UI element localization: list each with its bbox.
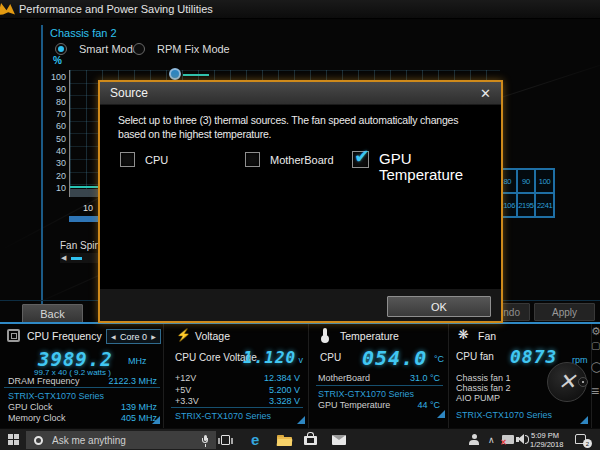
- cpu-chip-icon: [7, 329, 20, 342]
- fan-list-item: Chassis fan 1: [456, 373, 511, 383]
- radio-selected-icon: [55, 43, 67, 55]
- x-tick: 10: [83, 203, 93, 213]
- desktop: Performance and Power Saving Utilities C…: [0, 0, 600, 450]
- cpu-core-voltage-unit: v: [299, 355, 304, 365]
- motherboard-temp-value: 31.0 °C: [410, 373, 440, 383]
- curve-segment: [70, 186, 100, 188]
- fan-icon: ❋: [458, 327, 469, 342]
- temperature-panel: Temperature CPU 054.0 °C MotherBoard 31.…: [310, 324, 449, 428]
- corner-accent: [580, 416, 588, 424]
- back-button[interactable]: Back: [22, 304, 83, 323]
- checkbox-icon: [120, 152, 135, 167]
- check-icon: ✔: [354, 145, 370, 168]
- tray-chevron-up-icon[interactable]: ∧: [488, 435, 495, 445]
- checkbox-gpu-temperature[interactable]: ✔ GPU Temperature: [352, 151, 479, 183]
- dram-frequency-label: DRAM Frequency: [8, 376, 80, 386]
- table-cell: 90: [517, 169, 536, 193]
- y-tick: 20: [56, 171, 66, 181]
- y-axis-unit: %: [53, 55, 62, 66]
- table-cell: 2195: [517, 193, 536, 217]
- clock[interactable]: 5:09 PM 1/29/2018: [530, 431, 560, 449]
- circle-icon[interactable]: ◯: [591, 361, 600, 372]
- gpu-series-label: STRIX-GTX1070 Series: [175, 411, 271, 421]
- y-tick: 60: [56, 121, 66, 131]
- y-tick: 40: [56, 146, 66, 156]
- next-core-arrow-icon[interactable]: ▶: [151, 333, 156, 340]
- fan-spin-up-slider[interactable]: ◀: [60, 253, 100, 263]
- people-icon[interactable]: [469, 434, 479, 446]
- checkbox-checked-icon: ✔: [352, 151, 369, 168]
- dram-frequency-value: 2122.3 MHz: [108, 376, 157, 386]
- cpu-core-voltage-value: 1.120: [243, 348, 296, 367]
- edit-icon[interactable]: ▢: [591, 340, 600, 351]
- checkbox-cpu[interactable]: CPU: [120, 152, 168, 167]
- corner-accent: [297, 416, 305, 424]
- divider: [171, 407, 303, 408]
- rpm-fix-mode-label: RPM Fix Mode: [157, 43, 230, 55]
- file-explorer-icon[interactable]: [277, 435, 292, 446]
- cortana-search-box[interactable]: Ask me anything: [26, 431, 216, 449]
- app-titlebar: Performance and Power Saving Utilities: [0, 0, 600, 19]
- rpm-fix-mode-radio[interactable]: RPM Fix Mode: [133, 43, 230, 55]
- dialog-title: Source: [110, 86, 148, 100]
- panel-title: Fan: [478, 330, 496, 342]
- cpu-temp-unit: °C: [434, 354, 444, 364]
- rail-value: 12.384 V: [264, 373, 300, 383]
- microphone-icon[interactable]: [201, 435, 209, 447]
- thermometer-icon: [323, 328, 327, 337]
- lightning-bolt-icon: ⚡: [176, 328, 191, 342]
- core-selector[interactable]: ◀ Core 0 ▶: [106, 329, 161, 344]
- windows-store-icon[interactable]: [304, 432, 317, 446]
- checkbox-icon: [245, 152, 260, 167]
- y-tick: 80: [56, 97, 66, 107]
- chassis-fan-label: Chassis fan 2: [50, 27, 117, 39]
- rail-label: +12V: [175, 373, 196, 383]
- message-line-1: Select up to three (3) thermal sources. …: [118, 113, 458, 127]
- panel-title: CPU Frequency: [27, 330, 102, 342]
- task-view-icon[interactable]: [221, 435, 230, 445]
- menu-icon[interactable]: ≡: [591, 383, 599, 399]
- corner-accent: [437, 410, 445, 418]
- prev-core-arrow-icon[interactable]: ◀: [111, 333, 116, 340]
- windows-taskbar: Ask me anything e ∧ ✕ 5:09 PM 1/29/2018 …: [0, 428, 600, 450]
- fan-speed-table: 80 90 100 2106 2195 2241: [497, 168, 555, 218]
- gauge-knob: [578, 377, 588, 387]
- close-icon[interactable]: ✕: [480, 86, 491, 101]
- mail-icon[interactable]: [332, 435, 346, 445]
- checkbox-motherboard[interactable]: MotherBoard: [245, 152, 334, 167]
- smart-mode-radio[interactable]: Smart Mode: [55, 43, 139, 55]
- dialog-titlebar: Source ✕: [100, 82, 501, 105]
- divider: [316, 385, 443, 386]
- cpu-frequency-unit: MHz: [128, 356, 147, 366]
- app-title: Performance and Power Saving Utilities: [19, 3, 213, 15]
- fan-curve-handle[interactable]: [169, 68, 181, 80]
- clock-time: 5:09 PM: [530, 431, 560, 440]
- y-tick: 30: [56, 158, 66, 168]
- gear-icon[interactable]: ⚙: [591, 325, 600, 338]
- fan-panel: ❋ Fan CPU fan 0873 rpm Chassis fan 1 Cha…: [450, 324, 592, 428]
- cpu-frequency-value: 3989.2: [38, 348, 113, 370]
- y-tick: 90: [56, 84, 66, 94]
- ok-button[interactable]: OK: [387, 296, 491, 317]
- gpu-clock-label: GPU Clock: [8, 402, 53, 412]
- y-axis-ticks: 100 90 80 70 60 50 40 30 20 10: [42, 72, 66, 193]
- table-cell: 2241: [535, 193, 554, 217]
- apply-button[interactable]: Apply: [534, 303, 595, 321]
- corner-accent: [152, 416, 160, 424]
- slider-left-arrow-icon: ◀: [61, 254, 66, 262]
- rail-label: +5V: [175, 385, 191, 395]
- memory-clock-label: Memory Clock: [8, 413, 66, 423]
- edge-browser-icon[interactable]: e: [251, 431, 259, 448]
- dialog-message: Select up to three (3) thermal sources. …: [118, 113, 458, 141]
- source-dialog: Source ✕ Select up to three (3) thermal …: [98, 80, 503, 323]
- monitor-panel: CPU Frequency ◀ Core 0 ▶ 3989.2 MHz 99.7…: [0, 324, 600, 428]
- checkbox-label: GPU Temperature: [379, 151, 479, 183]
- speaker-icon[interactable]: [516, 434, 529, 445]
- y-tick: 70: [56, 109, 66, 119]
- tuf-logo-icon: [0, 3, 15, 15]
- rail-value: 3.328 V: [269, 396, 300, 406]
- y-tick: 10: [56, 183, 66, 193]
- cpu-fan-label: CPU fan: [456, 351, 494, 362]
- start-button-icon[interactable]: [8, 434, 20, 446]
- gpu-temp-value: 44 °C: [417, 400, 440, 410]
